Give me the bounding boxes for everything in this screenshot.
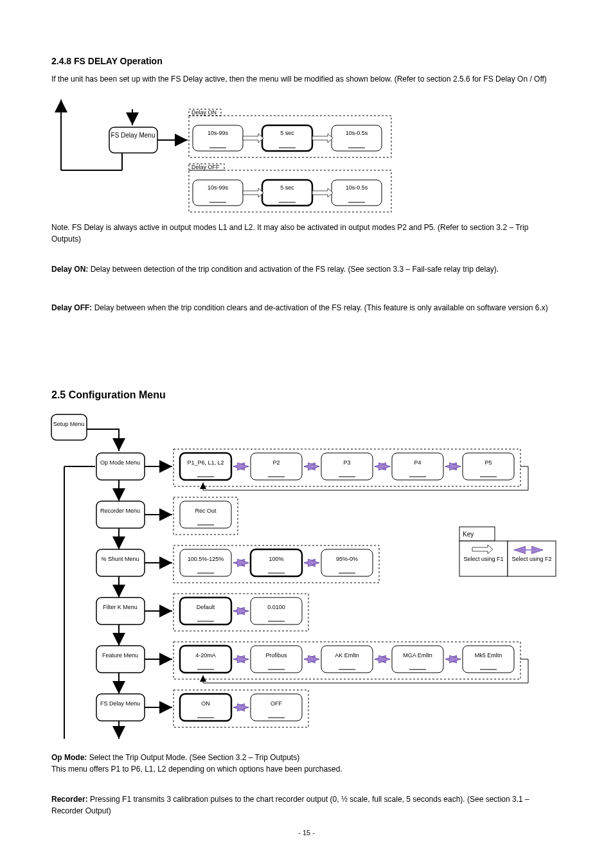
svg-rect-41 (321, 453, 373, 480)
svg-text:Default: Default (197, 604, 215, 610)
svg-text:P2: P2 (272, 459, 280, 466)
svg-text:95%-0%: 95%-0% (336, 556, 358, 562)
svg-rect-117 (180, 694, 231, 721)
svg-text:Delay ON: Delay ON (191, 109, 217, 116)
svg-rect-73 (321, 549, 373, 576)
svg-rect-33 (180, 453, 231, 480)
svg-rect-45 (392, 453, 443, 480)
svg-text:0.0100: 0.0100 (267, 604, 285, 610)
svg-rect-57 (180, 501, 231, 528)
svg-rect-85 (251, 598, 302, 624)
svg-text:Feature Menu: Feature Menu (102, 652, 138, 659)
section1-title: 2.4.8 FS DELAY Operation (51, 56, 163, 66)
svg-rect-112 (96, 694, 145, 721)
svg-text:10s-0.5s: 10s-0.5s (346, 184, 368, 191)
svg-text:Mk5 Emltn: Mk5 Emltn (475, 652, 502, 659)
svg-text:100.5%-125%: 100.5%-125% (188, 556, 224, 562)
svg-text:ON: ON (201, 700, 210, 707)
svg-text:Recorder Menu: Recorder Menu (100, 508, 140, 514)
svg-text:P1_P6, L1, L2: P1_P6, L1, L2 (187, 459, 224, 466)
svg-text:10s-0.5s: 10s-0.5s (346, 130, 368, 136)
svg-text:OFF: OFF (271, 700, 282, 707)
svg-text:4-20mA: 4-20mA (195, 652, 216, 659)
svg-rect-101 (321, 646, 373, 673)
svg-text:100%: 100% (269, 556, 283, 562)
svg-rect-109 (463, 646, 514, 673)
svg-text:% Shunt Menu: % Shunt Menu (101, 556, 139, 562)
svg-text:10s-99s: 10s-99s (208, 130, 229, 136)
fs-delay-menu (109, 127, 157, 153)
section1-note: Note. FS Delay is always active in outpu… (51, 222, 559, 245)
delayoff-opt3 (332, 180, 382, 206)
svg-rect-52 (96, 501, 145, 528)
svg-rect-76 (96, 598, 145, 624)
delayon-opt3 (332, 125, 382, 151)
delayoff-opt2 (262, 180, 312, 206)
svg-text:Profibus: Profibus (265, 652, 287, 659)
section2-title: 2.5 Configuration Menu (51, 389, 166, 400)
svg-text:P5: P5 (484, 459, 492, 466)
svg-text:Filter K Menu: Filter K Menu (103, 604, 138, 610)
svg-rect-65 (180, 549, 231, 576)
svg-rect-93 (180, 646, 231, 673)
svg-text:MGA Emltn: MGA Emltn (403, 652, 432, 659)
svg-text:5 sec: 5 sec (280, 130, 294, 136)
svg-rect-49 (463, 453, 514, 480)
svg-text:Setup Menu: Setup Menu (53, 421, 85, 427)
svg-text:5 sec: 5 sec (280, 184, 294, 191)
svg-text:Op Mode Menu: Op Mode Menu (100, 459, 140, 466)
svg-rect-121 (251, 694, 302, 721)
delayoff-opt1 (193, 180, 243, 206)
page-number: - 15 - (298, 829, 315, 837)
svg-rect-69 (251, 549, 302, 576)
svg-text:Key: Key (463, 531, 474, 538)
svg-rect-105 (392, 646, 443, 673)
svg-rect-28 (96, 453, 145, 480)
svg-text:P3: P3 (343, 459, 350, 466)
svg-rect-97 (251, 646, 302, 673)
delayon-opt2 (262, 125, 312, 151)
svg-text:P4: P4 (414, 459, 421, 466)
svg-rect-37 (251, 453, 302, 480)
svg-text:Delay OFF: Delay OFF (191, 164, 220, 170)
section1-intro: If the unit has been set up with the FS … (51, 74, 559, 85)
setup-menu (51, 414, 87, 440)
svg-text:FS Delay Menu: FS Delay Menu (111, 132, 155, 139)
svg-rect-81 (180, 598, 231, 624)
svg-text:FS Delay Menu: FS Delay Menu (100, 700, 140, 707)
svg-text:Rec Out: Rec Out (195, 508, 217, 514)
svg-rect-60 (96, 549, 145, 576)
svg-rect-88 (96, 646, 145, 673)
svg-text:10s-99s: 10s-99s (208, 184, 229, 191)
svg-text:AK Emltn: AK Emltn (335, 652, 359, 659)
delayon-opt1 (193, 125, 243, 151)
